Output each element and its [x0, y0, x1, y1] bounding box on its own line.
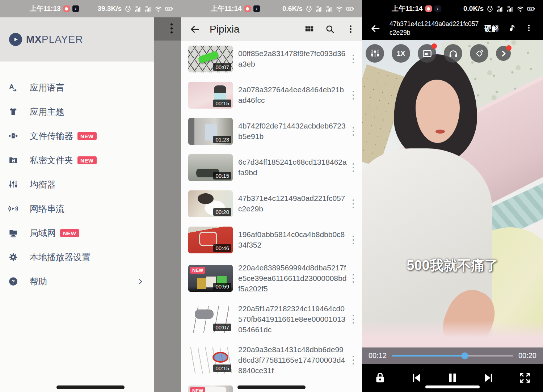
- drawer-scrim[interactable]: [154, 17, 181, 392]
- alarm-icon: [486, 5, 494, 13]
- item-more-button[interactable]: [350, 162, 357, 173]
- screen-record-icon: [244, 5, 251, 12]
- status-left-cluster: 上午11:13♪: [30, 4, 79, 13]
- app-bar: Pipixia: [181, 17, 362, 41]
- video-filename: 6c7d34ff185241c68cd1318462afa9bd: [238, 157, 350, 178]
- video-list-item[interactable]: 01:234b742f02de714432acbdeb6723b5e91b: [181, 113, 362, 149]
- tiktok-icon: ♪: [253, 5, 260, 12]
- signal-sim2-icon: HD: [325, 5, 333, 13]
- audio-track-button[interactable]: [508, 24, 517, 33]
- chevron-right-icon: [137, 278, 144, 285]
- svg-text:?: ?: [12, 278, 15, 284]
- equalizer-button[interactable]: [366, 44, 384, 63]
- drawer-item-network-stream[interactable]: 网络串流: [0, 197, 154, 221]
- video-thumbnail: 00:15: [188, 347, 233, 374]
- svg-text:HD: HD: [316, 5, 319, 8]
- player-top-bar: 47b371e4c12149a0ad221fc057c2e29b 硬解: [362, 17, 543, 40]
- drawer-item-translate[interactable]: A应用语言: [0, 75, 154, 100]
- thumbnail-art: [198, 51, 219, 64]
- speed-button[interactable]: 1X: [392, 44, 410, 63]
- drawer-item-label: 应用语言: [30, 82, 64, 93]
- status-time: 上午11:14: [211, 4, 242, 13]
- next-button[interactable]: [482, 371, 495, 384]
- video-list-item[interactable]: 00:156c7d34ff185241c68cd1318462afa9bd: [181, 149, 362, 186]
- total-time: 00:20: [518, 351, 536, 360]
- headphones-icon: [448, 49, 458, 59]
- lock-button[interactable]: [374, 371, 387, 384]
- headphones-button[interactable]: [444, 44, 462, 63]
- drawer-item-private-folder[interactable]: 私密文件夹NEW: [0, 148, 154, 172]
- pip-button[interactable]: [418, 44, 436, 63]
- battery-icon: 63: [527, 5, 536, 13]
- drawer-item-theme[interactable]: 应用主题: [0, 100, 154, 124]
- thumbnail-art: [198, 193, 214, 204]
- brand-name-bold: MX: [26, 34, 42, 45]
- home-indicator[interactable]: [425, 385, 480, 388]
- status-right-cluster: 0.0K/sHDHD63: [463, 5, 536, 13]
- status-right-cluster: 0.6K/sHDHD63: [282, 5, 355, 13]
- drawer-item-equalizer[interactable]: 均衡器: [0, 172, 154, 197]
- video-frame[interactable]: 1X 500我就不痛了 00:12 00:20: [362, 40, 543, 364]
- video-thumbnail: 00:07: [188, 306, 233, 333]
- item-more-button[interactable]: [350, 126, 357, 137]
- duration-badge: 00:46: [213, 244, 231, 252]
- video-list-item[interactable]: 00:2047b371e4c12149a0ad221fc057c2e29b: [181, 186, 362, 222]
- thumbnail-art: [212, 352, 228, 363]
- home-indicator[interactable]: [237, 385, 306, 389]
- network-speed: 39.3K/s: [97, 5, 122, 13]
- brand-name-light: PLAYER: [42, 34, 83, 45]
- seek-knob[interactable]: [461, 352, 468, 359]
- item-more-button[interactable]: [350, 355, 357, 366]
- drawer-item-settings[interactable]: 本地播放器设置: [0, 245, 154, 269]
- search-button[interactable]: [325, 24, 335, 34]
- item-more-button[interactable]: [350, 235, 357, 245]
- item-more-button[interactable]: [350, 90, 357, 101]
- more-options-button[interactable]: [346, 24, 355, 34]
- back-button[interactable]: [189, 24, 200, 35]
- home-indicator[interactable]: [56, 385, 125, 389]
- duration-badge: 00:07: [213, 324, 231, 331]
- video-list-item[interactable]: 00:07220a5f1a72182324c119464cd0570fb6419…: [181, 299, 362, 340]
- pause-button[interactable]: [446, 371, 459, 384]
- chevron-right-button[interactable]: [496, 46, 511, 61]
- network-stream-icon: [8, 204, 18, 214]
- new-badge: NEW: [190, 267, 205, 274]
- item-more-button[interactable]: [350, 198, 357, 209]
- tiktok-icon: ♪: [434, 5, 441, 12]
- new-badge: NEW: [77, 156, 97, 164]
- subtitle-text: 500我就不痛了: [362, 256, 543, 275]
- network-speed: 0.0K/s: [463, 5, 484, 13]
- video-list-item[interactable]: 00:46196af0abb5814c0ca4b8dbb0c834f352: [181, 222, 362, 258]
- drawer-item-help[interactable]: ?帮助: [0, 269, 154, 294]
- panel-video-player: 上午11:14♪0.0K/sHDHD63 47b371e4c12149a0ad2…: [362, 0, 543, 392]
- grid-view-button[interactable]: [304, 24, 314, 34]
- video-list-item[interactable]: 00:0700ff85e2a831478f9fe7fc093d36a3eb: [181, 41, 362, 77]
- network-speed: 0.6K/s: [282, 5, 303, 13]
- item-more-button[interactable]: [350, 54, 357, 64]
- more-options-button[interactable]: [525, 24, 533, 33]
- wifi-icon: [336, 5, 343, 13]
- video-scene-person-lips: [435, 130, 445, 134]
- svg-text:63: 63: [529, 8, 532, 10]
- hw-decode-toggle[interactable]: 硬解: [484, 24, 499, 34]
- translate-icon: A: [8, 83, 18, 92]
- video-list-item[interactable]: 00:15220a9a3e8a1431c48dbb6de99d6cd3f7758…: [181, 340, 362, 381]
- item-more-button[interactable]: [350, 273, 357, 284]
- seek-bar-row: 00:12 00:20: [362, 347, 543, 364]
- drawer-item-label: 局域网: [30, 227, 56, 239]
- drawer-item-label: 均衡器: [30, 179, 56, 190]
- seek-track[interactable]: [392, 355, 513, 357]
- drawer-item-file-transfer[interactable]: 文件传输器NEW: [0, 124, 154, 148]
- video-list-item[interactable]: NEW00:59220a4e8389569994d8dba5217fe5ce39…: [181, 258, 362, 299]
- drawer-item-lan[interactable]: 局域网NEW: [0, 221, 154, 245]
- duration-badge: 01:23: [213, 136, 231, 143]
- svg-text:63: 63: [167, 8, 170, 10]
- rotate-button[interactable]: [470, 44, 488, 63]
- item-more-button[interactable]: [350, 314, 357, 325]
- video-list-item[interactable]: 00:152a078a32764a4ee48464eb21bad46fcc: [181, 77, 362, 113]
- fullscreen-button[interactable]: [518, 371, 531, 384]
- previous-button[interactable]: [410, 371, 423, 384]
- back-button[interactable]: [370, 23, 381, 34]
- status-time: 上午11:13: [30, 4, 61, 13]
- status-left-cluster: 上午11:14♪: [211, 4, 260, 13]
